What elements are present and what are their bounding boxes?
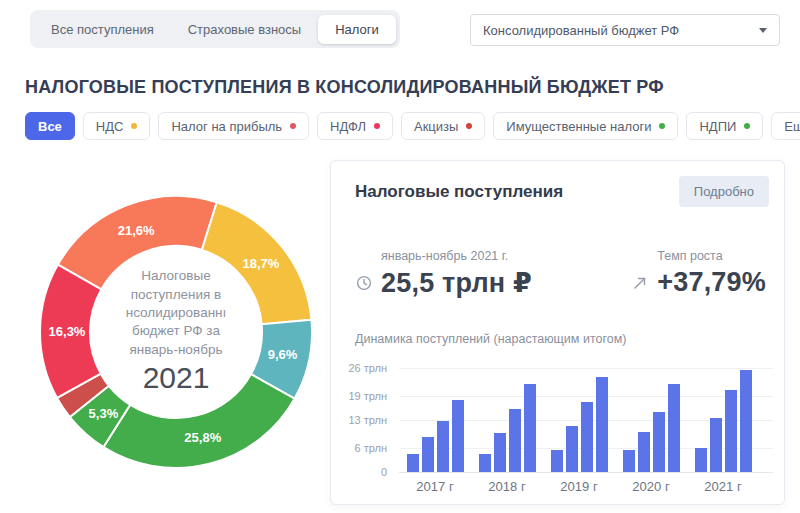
filter-chip-label: Акцизы <box>414 119 458 134</box>
card-header: Налоговые поступления Подробно <box>331 161 784 207</box>
bar[interactable] <box>494 433 506 472</box>
status-dot-icon <box>466 123 472 129</box>
growth-label: Темп роста <box>657 249 766 263</box>
y-tick-label: 13 трлн <box>348 414 387 426</box>
x-tick-label: 2020 г <box>611 479 691 494</box>
filter-chip-more[interactable]: Еще <box>771 112 800 140</box>
x-tick-label: 2021 г <box>683 479 763 494</box>
y-tick-label: 26 трлн <box>348 362 387 374</box>
filter-chip-label: НДФЛ <box>330 119 366 134</box>
filter-chip-excise[interactable]: Акцизы <box>401 112 485 140</box>
donut-center-caption: Налоговые поступления в нсолидированнı б… <box>126 269 227 357</box>
donut-chart: 21,6%18,7%9,6%25,8%5,3%16,3% Налоговые п… <box>38 194 314 470</box>
bar[interactable] <box>509 409 521 472</box>
chevron-down-icon <box>759 28 767 33</box>
budget-region-value: Консолидированный бюджет РФ <box>483 23 679 38</box>
bar[interactable] <box>740 370 752 472</box>
bar[interactable] <box>725 390 737 472</box>
donut-segment-label: 9,6% <box>268 347 298 362</box>
bar[interactable] <box>638 432 650 472</box>
bar[interactable] <box>407 454 419 472</box>
filter-chip-label: Имущественные налоги <box>506 119 651 134</box>
donut-segment-label: 21,6% <box>118 223 155 238</box>
stats-row: январь-ноябрь 2021 г. 25,5 трлн ₽ Темп р… <box>355 249 766 299</box>
tab-insurance-contributions[interactable]: Страховые взносы <box>171 15 318 44</box>
bar-chart-title: Динамика поступлений (нарастающим итогом… <box>355 332 626 346</box>
period-value: 25,5 трлн ₽ <box>381 267 532 299</box>
x-tick-label: 2019 г <box>539 479 619 494</box>
x-tick-label: 2018 г <box>467 479 547 494</box>
card-title: Налоговые поступления <box>355 182 563 202</box>
filter-chip-ndfl[interactable]: НДФЛ <box>317 112 393 140</box>
status-dot-icon <box>290 123 296 129</box>
filter-chip-label: Все <box>38 119 62 134</box>
grid-line <box>399 368 773 369</box>
bar[interactable] <box>524 384 536 472</box>
y-tick-label: 6 трлн <box>355 442 387 454</box>
budget-region-select[interactable]: Консолидированный бюджет РФ <box>470 14 780 46</box>
tab-bar: Все поступленияСтраховые взносыНалоги <box>30 10 400 48</box>
filter-chip-profit-tax[interactable]: Налог на прибыль <box>158 112 309 140</box>
donut-center-text: Налоговые поступления в нсолидированнı б… <box>86 249 266 414</box>
bar[interactable] <box>596 377 608 472</box>
status-dot-icon <box>131 123 137 129</box>
period-stat: январь-ноябрь 2021 г. 25,5 трлн ₽ <box>355 249 532 299</box>
filter-chip-nds[interactable]: НДС <box>83 112 151 140</box>
bar[interactable] <box>551 450 563 472</box>
bar[interactable] <box>653 412 665 472</box>
bar[interactable] <box>710 418 722 472</box>
filter-chip-label: Еще <box>784 119 800 134</box>
x-tick-label: 2017 г <box>395 479 475 494</box>
grid-line <box>399 396 773 397</box>
status-dot-icon <box>374 123 380 129</box>
bar[interactable] <box>581 402 593 472</box>
bar[interactable] <box>479 454 491 472</box>
growth-value: +37,79% <box>657 267 766 298</box>
y-tick-label: 0 <box>381 466 387 478</box>
tab-taxes[interactable]: Налоги <box>318 15 396 44</box>
donut-segment-label: 16,3% <box>49 324 86 339</box>
bar[interactable] <box>668 384 680 472</box>
period-label: январь-ноябрь 2021 г. <box>381 249 532 263</box>
donut-center-year: 2021 <box>86 362 266 397</box>
bar[interactable] <box>623 450 635 472</box>
trend-up-arrow-icon <box>631 274 649 292</box>
tab-all-receipts[interactable]: Все поступления <box>34 15 171 44</box>
filter-chip-property-taxes[interactable]: Имущественные налоги <box>493 112 678 140</box>
filter-chip-label: НДС <box>96 119 124 134</box>
filter-chip-all[interactable]: Все <box>25 112 75 140</box>
details-button[interactable]: Подробно <box>679 176 769 207</box>
bar[interactable] <box>452 400 464 472</box>
tax-receipts-card: Налоговые поступления Подробно январь-но… <box>330 160 785 505</box>
status-dot-icon <box>744 123 750 129</box>
clock-icon <box>355 274 373 292</box>
bar-chart-x-axis: 2017 г2018 г2019 г2020 г2021 г <box>399 479 773 495</box>
page-title: НАЛОГОВЫЕ ПОСТУПЛЕНИЯ В КОНСОЛИДИРОВАННЫ… <box>25 76 664 98</box>
donut-segment-label: 25,8% <box>184 430 221 445</box>
bar[interactable] <box>437 421 449 472</box>
bar[interactable] <box>566 426 578 472</box>
filter-chip-ndpi[interactable]: НДПИ <box>686 112 763 140</box>
bar-chart-y-axis: 26 трлн19 трлн13 трлн6 трлн0 <box>331 368 393 472</box>
status-dot-icon <box>659 123 665 129</box>
bar[interactable] <box>422 437 434 472</box>
bar[interactable] <box>695 448 707 472</box>
filter-chip-label: НДПИ <box>699 119 736 134</box>
y-tick-label: 19 трлн <box>348 390 387 402</box>
tax-filter-chips: ВсеНДСНалог на прибыльНДФЛАкцизыИмуществ… <box>25 112 800 140</box>
filter-chip-label: Налог на прибыль <box>171 119 282 134</box>
bar-chart-plot <box>399 368 773 472</box>
growth-stat: Темп роста +37,79% <box>631 249 766 299</box>
